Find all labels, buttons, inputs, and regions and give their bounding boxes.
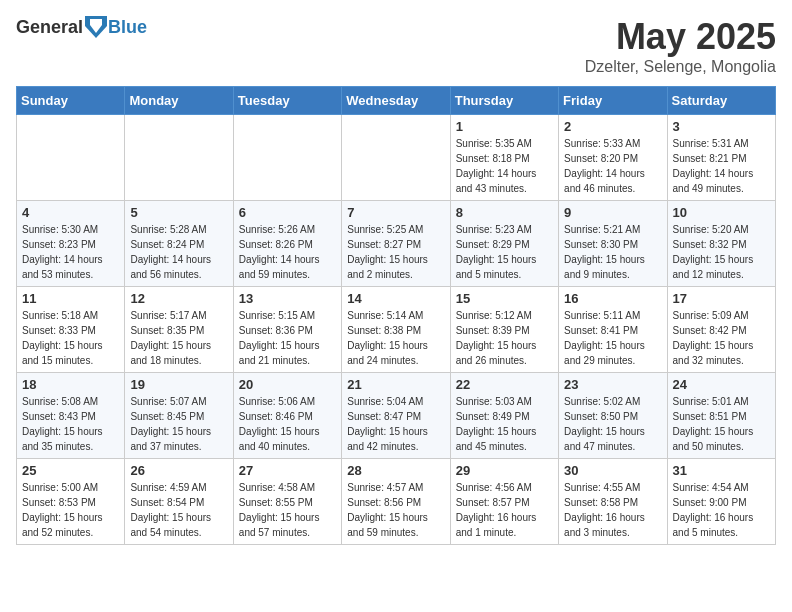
calendar-cell: 1Sunrise: 5:35 AM Sunset: 8:18 PM Daylig… — [450, 115, 558, 201]
day-number: 25 — [22, 463, 119, 478]
day-number: 14 — [347, 291, 444, 306]
day-number: 15 — [456, 291, 553, 306]
calendar-header-sunday: Sunday — [17, 87, 125, 115]
calendar-header-saturday: Saturday — [667, 87, 775, 115]
day-info: Sunrise: 5:28 AM Sunset: 8:24 PM Dayligh… — [130, 224, 211, 280]
day-info: Sunrise: 5:23 AM Sunset: 8:29 PM Dayligh… — [456, 224, 537, 280]
calendar-cell: 26Sunrise: 4:59 AM Sunset: 8:54 PM Dayli… — [125, 459, 233, 545]
calendar-cell: 8Sunrise: 5:23 AM Sunset: 8:29 PM Daylig… — [450, 201, 558, 287]
day-number: 29 — [456, 463, 553, 478]
day-number: 4 — [22, 205, 119, 220]
day-number: 6 — [239, 205, 336, 220]
logo-icon — [85, 16, 107, 38]
calendar-cell: 19Sunrise: 5:07 AM Sunset: 8:45 PM Dayli… — [125, 373, 233, 459]
day-info: Sunrise: 4:55 AM Sunset: 8:58 PM Dayligh… — [564, 482, 645, 538]
day-info: Sunrise: 5:18 AM Sunset: 8:33 PM Dayligh… — [22, 310, 103, 366]
day-number: 31 — [673, 463, 770, 478]
day-info: Sunrise: 5:07 AM Sunset: 8:45 PM Dayligh… — [130, 396, 211, 452]
calendar-cell: 17Sunrise: 5:09 AM Sunset: 8:42 PM Dayli… — [667, 287, 775, 373]
calendar-cell: 10Sunrise: 5:20 AM Sunset: 8:32 PM Dayli… — [667, 201, 775, 287]
day-number: 2 — [564, 119, 661, 134]
calendar-cell: 14Sunrise: 5:14 AM Sunset: 8:38 PM Dayli… — [342, 287, 450, 373]
calendar-cell: 27Sunrise: 4:58 AM Sunset: 8:55 PM Dayli… — [233, 459, 341, 545]
subtitle: Dzelter, Selenge, Mongolia — [585, 58, 776, 76]
day-info: Sunrise: 5:01 AM Sunset: 8:51 PM Dayligh… — [673, 396, 754, 452]
calendar-cell: 21Sunrise: 5:04 AM Sunset: 8:47 PM Dayli… — [342, 373, 450, 459]
day-info: Sunrise: 5:12 AM Sunset: 8:39 PM Dayligh… — [456, 310, 537, 366]
calendar-cell: 22Sunrise: 5:03 AM Sunset: 8:49 PM Dayli… — [450, 373, 558, 459]
day-number: 1 — [456, 119, 553, 134]
day-number: 9 — [564, 205, 661, 220]
day-info: Sunrise: 5:17 AM Sunset: 8:35 PM Dayligh… — [130, 310, 211, 366]
day-info: Sunrise: 5:11 AM Sunset: 8:41 PM Dayligh… — [564, 310, 645, 366]
day-number: 23 — [564, 377, 661, 392]
day-info: Sunrise: 4:56 AM Sunset: 8:57 PM Dayligh… — [456, 482, 537, 538]
day-number: 24 — [673, 377, 770, 392]
day-info: Sunrise: 5:21 AM Sunset: 8:30 PM Dayligh… — [564, 224, 645, 280]
calendar-header-row: SundayMondayTuesdayWednesdayThursdayFrid… — [17, 87, 776, 115]
calendar-cell: 30Sunrise: 4:55 AM Sunset: 8:58 PM Dayli… — [559, 459, 667, 545]
day-number: 3 — [673, 119, 770, 134]
calendar-cell: 18Sunrise: 5:08 AM Sunset: 8:43 PM Dayli… — [17, 373, 125, 459]
calendar-cell — [233, 115, 341, 201]
calendar-cell: 9Sunrise: 5:21 AM Sunset: 8:30 PM Daylig… — [559, 201, 667, 287]
day-number: 13 — [239, 291, 336, 306]
calendar-cell: 20Sunrise: 5:06 AM Sunset: 8:46 PM Dayli… — [233, 373, 341, 459]
day-info: Sunrise: 4:54 AM Sunset: 9:00 PM Dayligh… — [673, 482, 754, 538]
day-info: Sunrise: 5:09 AM Sunset: 8:42 PM Dayligh… — [673, 310, 754, 366]
main-title: May 2025 — [585, 16, 776, 58]
calendar-cell: 4Sunrise: 5:30 AM Sunset: 8:23 PM Daylig… — [17, 201, 125, 287]
day-info: Sunrise: 4:59 AM Sunset: 8:54 PM Dayligh… — [130, 482, 211, 538]
day-info: Sunrise: 5:06 AM Sunset: 8:46 PM Dayligh… — [239, 396, 320, 452]
calendar-week-row: 18Sunrise: 5:08 AM Sunset: 8:43 PM Dayli… — [17, 373, 776, 459]
day-info: Sunrise: 5:14 AM Sunset: 8:38 PM Dayligh… — [347, 310, 428, 366]
calendar-header-thursday: Thursday — [450, 87, 558, 115]
calendar-cell — [125, 115, 233, 201]
day-number: 5 — [130, 205, 227, 220]
header: General Blue May 2025 Dzelter, Selenge, … — [16, 16, 776, 76]
day-info: Sunrise: 5:08 AM Sunset: 8:43 PM Dayligh… — [22, 396, 103, 452]
day-info: Sunrise: 5:15 AM Sunset: 8:36 PM Dayligh… — [239, 310, 320, 366]
calendar-cell: 6Sunrise: 5:26 AM Sunset: 8:26 PM Daylig… — [233, 201, 341, 287]
calendar-week-row: 11Sunrise: 5:18 AM Sunset: 8:33 PM Dayli… — [17, 287, 776, 373]
calendar-cell: 16Sunrise: 5:11 AM Sunset: 8:41 PM Dayli… — [559, 287, 667, 373]
calendar: SundayMondayTuesdayWednesdayThursdayFrid… — [16, 86, 776, 545]
calendar-cell: 29Sunrise: 4:56 AM Sunset: 8:57 PM Dayli… — [450, 459, 558, 545]
day-number: 30 — [564, 463, 661, 478]
day-info: Sunrise: 5:30 AM Sunset: 8:23 PM Dayligh… — [22, 224, 103, 280]
calendar-header-friday: Friday — [559, 87, 667, 115]
day-info: Sunrise: 4:57 AM Sunset: 8:56 PM Dayligh… — [347, 482, 428, 538]
day-info: Sunrise: 5:00 AM Sunset: 8:53 PM Dayligh… — [22, 482, 103, 538]
calendar-cell: 13Sunrise: 5:15 AM Sunset: 8:36 PM Dayli… — [233, 287, 341, 373]
calendar-week-row: 25Sunrise: 5:00 AM Sunset: 8:53 PM Dayli… — [17, 459, 776, 545]
calendar-cell: 7Sunrise: 5:25 AM Sunset: 8:27 PM Daylig… — [342, 201, 450, 287]
logo: General Blue — [16, 16, 147, 38]
calendar-cell: 12Sunrise: 5:17 AM Sunset: 8:35 PM Dayli… — [125, 287, 233, 373]
day-info: Sunrise: 5:33 AM Sunset: 8:20 PM Dayligh… — [564, 138, 645, 194]
day-number: 8 — [456, 205, 553, 220]
day-info: Sunrise: 5:25 AM Sunset: 8:27 PM Dayligh… — [347, 224, 428, 280]
calendar-header-tuesday: Tuesday — [233, 87, 341, 115]
day-number: 11 — [22, 291, 119, 306]
calendar-cell — [342, 115, 450, 201]
day-number: 18 — [22, 377, 119, 392]
calendar-cell: 24Sunrise: 5:01 AM Sunset: 8:51 PM Dayli… — [667, 373, 775, 459]
day-info: Sunrise: 5:02 AM Sunset: 8:50 PM Dayligh… — [564, 396, 645, 452]
title-area: May 2025 Dzelter, Selenge, Mongolia — [585, 16, 776, 76]
calendar-cell: 25Sunrise: 5:00 AM Sunset: 8:53 PM Dayli… — [17, 459, 125, 545]
day-info: Sunrise: 5:03 AM Sunset: 8:49 PM Dayligh… — [456, 396, 537, 452]
day-info: Sunrise: 5:35 AM Sunset: 8:18 PM Dayligh… — [456, 138, 537, 194]
day-number: 20 — [239, 377, 336, 392]
day-number: 26 — [130, 463, 227, 478]
calendar-week-row: 4Sunrise: 5:30 AM Sunset: 8:23 PM Daylig… — [17, 201, 776, 287]
day-info: Sunrise: 5:20 AM Sunset: 8:32 PM Dayligh… — [673, 224, 754, 280]
calendar-header-monday: Monday — [125, 87, 233, 115]
calendar-cell: 11Sunrise: 5:18 AM Sunset: 8:33 PM Dayli… — [17, 287, 125, 373]
calendar-cell: 2Sunrise: 5:33 AM Sunset: 8:20 PM Daylig… — [559, 115, 667, 201]
calendar-header-wednesday: Wednesday — [342, 87, 450, 115]
calendar-week-row: 1Sunrise: 5:35 AM Sunset: 8:18 PM Daylig… — [17, 115, 776, 201]
logo-text-blue: Blue — [108, 17, 147, 38]
day-number: 28 — [347, 463, 444, 478]
day-number: 12 — [130, 291, 227, 306]
day-info: Sunrise: 5:04 AM Sunset: 8:47 PM Dayligh… — [347, 396, 428, 452]
